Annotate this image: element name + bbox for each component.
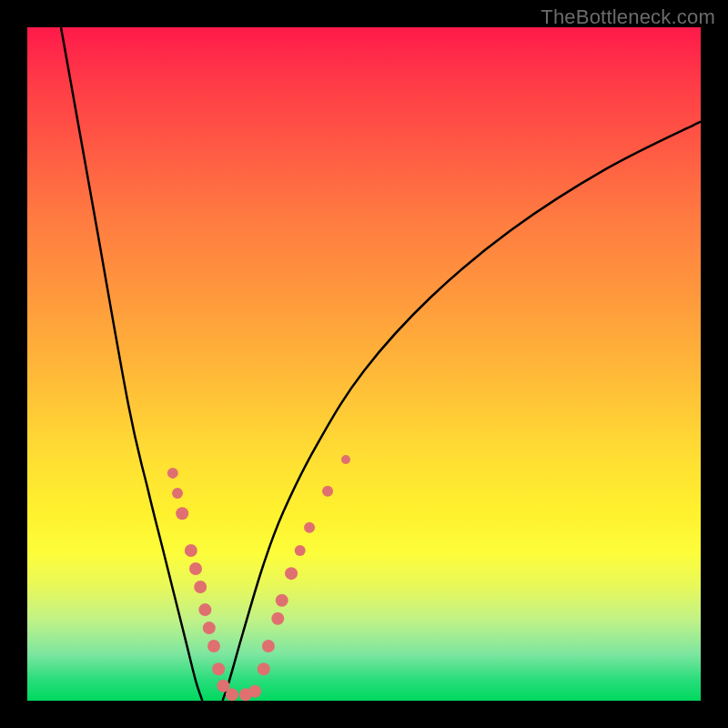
data-marker [226, 688, 238, 701]
data-marker [248, 685, 261, 698]
data-marker [276, 594, 288, 607]
data-marker [176, 507, 188, 520]
data-marker [262, 640, 275, 652]
data-marker [212, 662, 225, 675]
curve-right-branch [223, 122, 701, 701]
data-marker [285, 567, 298, 580]
data-marker [304, 522, 315, 533]
data-marker [198, 603, 211, 616]
data-marker [194, 581, 207, 593]
data-marker [185, 544, 197, 557]
data-marker [271, 612, 284, 625]
data-marker [258, 662, 270, 675]
data-marker [322, 486, 333, 497]
data-marker [341, 455, 350, 464]
data-marker [189, 562, 202, 575]
curve-left-branch [61, 27, 202, 701]
data-marker [295, 545, 306, 556]
data-marker [203, 622, 216, 634]
curve-svg [27, 27, 701, 701]
chart-frame [27, 27, 701, 701]
data-marker [172, 488, 183, 499]
data-marker [207, 640, 220, 652]
watermark-text: TheBottleneck.com [541, 5, 715, 29]
data-marker [167, 468, 178, 479]
